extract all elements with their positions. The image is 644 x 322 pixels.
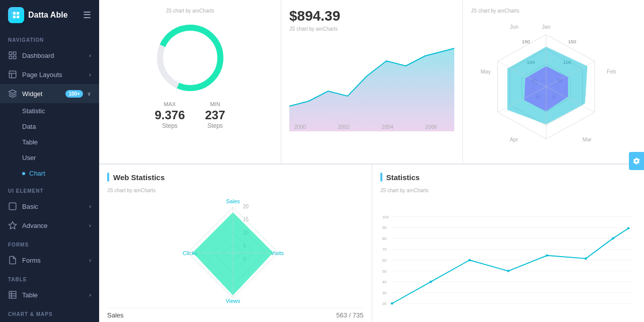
svg-text:80: 80: [382, 236, 386, 241]
web-stats-title: Web Statistics: [107, 173, 364, 182]
svg-text:Mar: Mar: [583, 136, 592, 142]
gear-icon: [632, 157, 640, 165]
statistics-title: Statistics: [380, 173, 636, 182]
forms-label: FORMS: [0, 235, 99, 251]
radar-chart: Jan Feb Mar Apr May Jun 150 150 100 100 …: [471, 18, 636, 155]
price-value: $894.39: [289, 8, 454, 24]
svg-text:90: 90: [382, 225, 386, 230]
svg-point-84: [627, 227, 629, 229]
svg-text:40: 40: [382, 280, 386, 284]
sidebar-item-dashboard[interactable]: Dashboard ›: [0, 46, 99, 65]
sidebar-item-page-layouts[interactable]: Page Layouts ›: [0, 65, 99, 84]
data-label: Data: [22, 123, 36, 130]
donut-card: JS chart by amCharts MAX 9.376 Steps MIN: [99, 0, 281, 164]
svg-text:2004: 2004: [381, 124, 393, 130]
svg-point-77: [390, 302, 393, 305]
svg-text:50: 50: [382, 269, 386, 274]
widget-badge: 100+: [65, 90, 83, 98]
svg-text:20: 20: [243, 204, 249, 209]
sidebar-logo: Datta Able: [8, 7, 68, 23]
svg-point-81: [545, 254, 548, 257]
svg-text:150: 150: [522, 39, 530, 44]
active-dot: [22, 172, 25, 175]
svg-text:Views: Views: [225, 298, 240, 304]
accent-bar: [380, 173, 382, 182]
hamburger-icon[interactable]: ☰: [83, 10, 91, 21]
svg-point-82: [585, 258, 587, 260]
svg-rect-1: [14, 52, 16, 54]
dashboard-label: Dashboard: [22, 52, 54, 59]
sidebar-item-table-main[interactable]: Table ›: [0, 285, 99, 304]
svg-point-78: [429, 281, 432, 283]
radar-chart-label: JS chart by amCharts: [471, 8, 636, 14]
svg-text:2000: 2000: [294, 124, 306, 130]
accent-bar: [107, 173, 109, 182]
sidebar-item-user[interactable]: User: [0, 150, 99, 166]
basic-label: Basic: [22, 203, 38, 210]
main-content: JS chart by amCharts MAX 9.376 Steps MIN: [99, 0, 644, 322]
layers-icon: [8, 89, 17, 98]
chevron-right-icon: ›: [89, 52, 91, 58]
sidebar-item-widget[interactable]: Widget 100+ ∨: [0, 84, 99, 103]
stats-chart-label: JS chart by amCharts: [380, 188, 636, 193]
svg-point-83: [611, 237, 614, 240]
svg-point-80: [507, 270, 509, 272]
sidebar-item-basic[interactable]: Basic ›: [0, 197, 99, 216]
layout-icon: [8, 70, 17, 79]
radar-card: JS chart by amCharts Jan Feb Mar Apr May…: [462, 0, 644, 164]
svg-text:2006: 2006: [425, 124, 437, 130]
table-nav-label: Table: [22, 291, 38, 299]
min-stat: MIN 237 Steps: [205, 101, 225, 129]
svg-text:60: 60: [382, 258, 386, 263]
donut-chart-label: JS chart by amCharts: [166, 8, 214, 14]
svg-text:150: 150: [568, 39, 576, 44]
svg-rect-8: [9, 203, 16, 210]
sidebar-item-data[interactable]: Data: [0, 119, 99, 134]
sidebar-header: Datta Able ☰: [0, 0, 99, 30]
file-icon: [8, 256, 17, 265]
area-chart-label: JS chart by amCharts: [289, 26, 454, 32]
area-chart: 2000 2002 2004 2006: [289, 36, 454, 155]
donut-chart: [155, 23, 225, 93]
sales-value: 563 / 735: [336, 311, 363, 319]
svg-marker-7: [9, 90, 17, 94]
svg-rect-10: [9, 291, 16, 298]
web-stats-card: Web Statistics JS chart by amCharts 20 1…: [99, 164, 372, 322]
ui-element-label: UI ELEMENT: [0, 181, 99, 197]
chevron-right-icon: ›: [89, 292, 91, 298]
svg-text:100: 100: [382, 215, 388, 219]
svg-rect-0: [9, 52, 12, 54]
donut-stats: MAX 9.376 Steps MIN 237 Steps: [154, 101, 225, 129]
svg-marker-9: [9, 222, 17, 229]
sales-label: Sales: [107, 311, 124, 319]
top-row: JS chart by amCharts MAX 9.376 Steps MIN: [99, 0, 644, 164]
table-icon: [8, 290, 17, 299]
sidebar-item-advance[interactable]: Advance ›: [0, 216, 99, 235]
svg-text:2002: 2002: [338, 124, 350, 130]
svg-text:Feb: Feb: [607, 68, 616, 74]
app-name: Datta Able: [28, 11, 68, 20]
bottom-row: Web Statistics JS chart by amCharts 20 1…: [99, 164, 644, 322]
settings-gear[interactable]: [629, 152, 644, 170]
statistics-card: Statistics JS chart by amCharts 100 90 8…: [372, 164, 645, 322]
chart-label: Chart: [29, 170, 45, 177]
sidebar-item-forms[interactable]: Forms ›: [0, 251, 99, 270]
sidebar-item-table[interactable]: Table: [0, 134, 99, 150]
chevron-right-icon: ›: [89, 222, 91, 228]
nav-section-label: NAVIGATION: [0, 30, 99, 46]
grid-icon: [8, 51, 17, 60]
svg-text:Jan: Jan: [542, 24, 550, 30]
sidebar-item-chart[interactable]: Chart: [0, 166, 99, 181]
chevron-right-icon: ›: [89, 257, 91, 263]
chevron-down-icon: ∨: [87, 91, 91, 97]
svg-text:Jun: Jun: [510, 24, 518, 30]
logo-icon: [8, 7, 24, 23]
statistics-chart: 100 90 80 70 60 50 40 30 20: [380, 197, 636, 322]
chevron-right-icon: ›: [89, 203, 91, 209]
svg-text:Apr: Apr: [510, 136, 518, 142]
svg-text:May: May: [480, 68, 491, 74]
sidebar-item-statistic[interactable]: Statistic: [0, 103, 99, 119]
web-stats-chart-label: JS chart by amCharts: [107, 188, 364, 193]
svg-point-79: [468, 259, 470, 262]
box-icon: [8, 202, 17, 211]
